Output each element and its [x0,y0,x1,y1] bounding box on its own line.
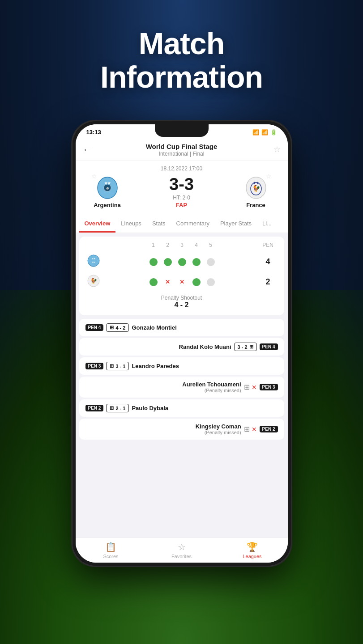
event-left-1: PEN 4 ⊞ 4 - 2 Gonzalo Montiel [85,323,278,332]
arg-dot-5 [207,258,215,266]
score-center: 3-3 HT: 2-0 FAP [132,176,231,208]
goal-missed-icon-6: ⊞ [244,425,250,433]
status-time: 13:13 [86,129,101,136]
event-left-3: PEN 3 ⊞ 3 - 1 Leandro Paredes [85,362,278,370]
favorite-button-header[interactable]: ☆ [273,144,281,154]
fra-dot-3: ✕ [178,278,186,286]
event-row-4: Aurelien Tchouameni (Penalty missed) ⊞ ✕… [79,377,284,398]
wifi-icon: 📶 [252,129,259,136]
fra-dot-5 [207,278,215,286]
player-5: Paulo Dybala [132,405,168,411]
match-teams: ☆ ★★ AFA ⚽ [83,175,281,208]
shootout-score: 4 - 2 [86,301,277,309]
nav-leagues[interactable]: 🏆 Leagues [217,542,288,559]
svg-text:AFA: AFA [92,261,95,263]
signal-icon: 📶 [261,129,268,136]
goal-icon-3: ⊞ [110,363,114,369]
player-4-sub: (Penalty missed) [182,388,241,393]
penalty-grid-card: 1 2 3 4 5 PEN ★★ [79,237,284,315]
goal-icon-1: ⊞ [110,325,114,330]
home-team: ☆ ★★ AFA ⚽ [83,175,132,208]
goal-icon-2: ⊞ [249,344,253,350]
fra-dot-2: ✕ [164,278,172,286]
fra-pen-score: 2 [259,277,277,287]
fra-dot-4 [192,278,201,286]
away-team-badge: ★★ 🐓 [243,175,268,200]
pen-row-argentina: ★★ AFA 4 [86,252,277,272]
away-fav-icon[interactable]: ☆ [266,173,272,180]
pen-badge-3: PEN 3 [85,363,104,369]
shootout-summary: Penalty Shootout 4 - 2 [86,292,277,310]
pen-badge-5: PEN 2 [85,405,104,411]
event-right-4: Aurelien Tchouameni (Penalty missed) ⊞ ✕… [85,381,278,393]
tab-live[interactable]: Li... [257,215,277,233]
header-title: World Cup Final Stage [83,143,281,150]
phone-screen: 13:13 📶 📶 🔋 ← World Cup Final Stage Inte… [76,124,288,563]
player-3: Leandro Paredes [132,363,179,369]
svg-text:🐓: 🐓 [252,185,260,192]
fra-dot-1 [149,278,158,286]
pen-badge-6: PEN 2 [260,426,278,432]
penalty-grid-header: 1 2 3 4 5 PEN [86,242,277,252]
pen-row-france: 🐓 ✕ ✕ 2 [86,272,277,292]
back-button[interactable]: ← [83,144,92,155]
tabs-bar: Overview Lineups Stats Commentary Player… [76,215,288,233]
nav-favorites[interactable]: ☆ Favorites [146,542,217,559]
phone-device: 13:13 📶 📶 🔋 ← World Cup Final Stage Inte… [72,121,291,566]
score-badge-2: 3 - 2 ⊞ [234,343,257,351]
tab-lineups[interactable]: Lineups [115,215,147,233]
leagues-icon: 🏆 [247,542,258,552]
scores-label: Scores [103,554,118,559]
fra-logo: 🐓 [86,275,101,289]
fra-pen-dots: ✕ ✕ [101,278,259,286]
missed-x-6: ✕ [252,426,257,433]
tab-commentary[interactable]: Commentary [171,215,215,233]
tab-stats[interactable]: Stats [147,215,171,233]
match-score: 3-3 [132,176,231,193]
home-team-name: Argentina [94,202,121,208]
player-6: Kingsley Coman [196,423,241,430]
pen-num-4: 4 [192,242,201,248]
pen-badge-4: PEN 3 [260,384,278,390]
svg-text:⚽: ⚽ [106,187,109,190]
event-row-2: Randal Kolo Muani 3 - 2 ⊞ PEN 4 [79,338,284,356]
pen-num-1: 1 [149,242,158,248]
away-team: ★★ 🐓 ☆ France [231,175,281,208]
goal-icon-5: ⊞ [110,405,114,411]
missed-icon-4: ⊞ ✕ [244,383,257,391]
home-fav-icon[interactable]: ☆ [91,173,97,180]
score-badge-5: ⊞ 2 - 1 [106,404,129,412]
match-section: 18.12.2022 17:00 ☆ ★★ AFA [76,161,288,215]
event-row-3: PEN 3 ⊞ 3 - 1 Leandro Paredes [79,357,284,375]
pen-numbers: 1 2 3 4 5 [101,242,259,248]
header-subtitle: International | Final [83,151,281,157]
tab-player-stats[interactable]: Player Stats [215,215,257,233]
score-badge-1: ⊞ 4 - 2 [106,323,129,332]
leagues-label: Leagues [243,554,261,559]
phone-notch [155,124,209,137]
event-row-6: Kingsley Coman (Penalty missed) ⊞ ✕ PEN … [79,419,284,440]
svg-point-9 [88,255,99,267]
player-6-block: Kingsley Coman (Penalty missed) [196,423,241,435]
pen-badge-2: PEN 4 [260,343,278,350]
player-2: Randal Kolo Muani [179,343,231,350]
arg-dot-4 [192,258,201,266]
pen-num-3: 3 [178,242,186,248]
app-header: ← World Cup Final Stage International | … [76,138,288,161]
player-4-block: Aurelien Tchouameni (Penalty missed) [182,381,241,393]
svg-text:★★: ★★ [92,257,96,260]
event-right-2: Randal Kolo Muani 3 - 2 ⊞ PEN 4 [85,343,278,351]
event-row-5: PEN 2 ⊞ 2 - 1 Paulo Dybala [79,399,284,417]
score-badge-3: ⊞ 3 - 1 [106,362,129,370]
arg-pen-dots [101,258,259,266]
svg-text:🐓: 🐓 [90,277,97,284]
nav-scores[interactable]: 📋 Scores [76,542,146,559]
pen-result-header: PEN [259,242,277,248]
status-icons: 📶 📶 🔋 [252,129,277,136]
player-4: Aurelien Tchouameni [182,381,241,388]
pen-badge-1: PEN 4 [85,324,104,331]
event-row-1: PEN 4 ⊞ 4 - 2 Gonzalo Montiel [79,319,284,336]
content-area: 1 2 3 4 5 PEN ★★ [76,233,288,494]
tab-overview[interactable]: Overview [79,215,116,233]
shootout-label: Penalty Shootout [86,295,277,301]
